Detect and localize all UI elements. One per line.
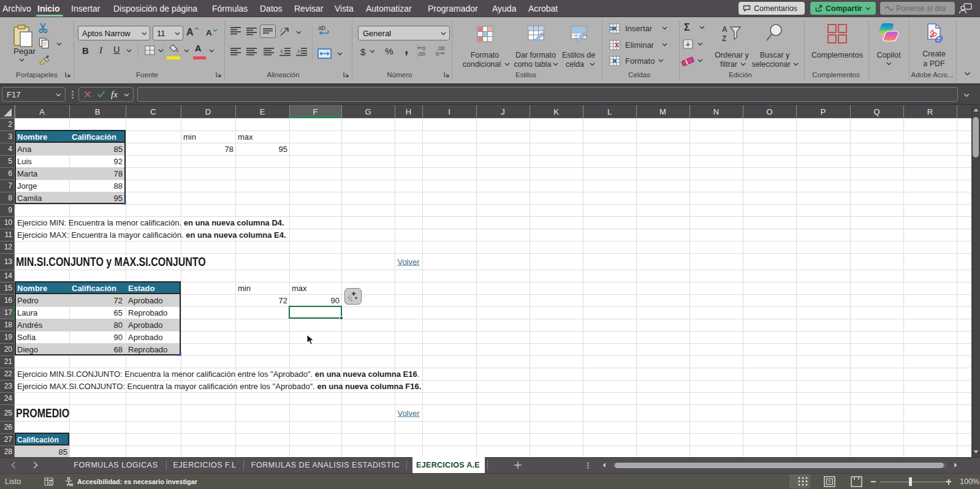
svg-text:ab: ab xyxy=(318,25,325,31)
svg-text:Z: Z xyxy=(722,34,726,43)
svg-text:0: 0 xyxy=(436,51,439,56)
svg-text:A: A xyxy=(722,25,727,34)
svg-text:.00: .00 xyxy=(417,51,425,56)
svg-text:0: 0 xyxy=(422,45,425,51)
